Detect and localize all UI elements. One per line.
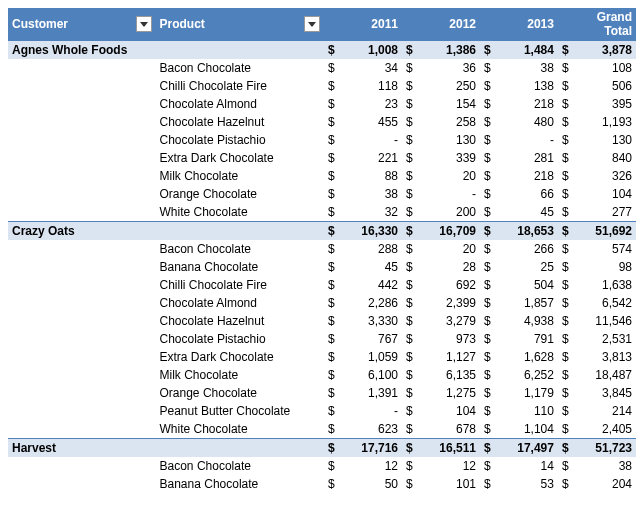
currency-symbol: $	[324, 439, 343, 458]
currency-symbol: $	[558, 312, 577, 330]
currency-symbol: $	[480, 203, 499, 222]
currency-symbol: $	[558, 439, 577, 458]
product-cell	[156, 41, 325, 60]
value-cell: 218	[499, 95, 558, 113]
currency-symbol: $	[402, 457, 421, 475]
header-2013[interactable]: 2013	[499, 8, 558, 41]
value-cell: 480	[499, 113, 558, 131]
value-cell: 1,484	[499, 41, 558, 60]
customer-cell	[8, 402, 156, 420]
product-name: White Chocolate	[156, 420, 325, 439]
header-product[interactable]: Product	[156, 8, 325, 41]
value-cell: 455	[343, 113, 402, 131]
customer-cell	[8, 312, 156, 330]
currency-symbol: $	[558, 203, 577, 222]
value-cell: 1,059	[343, 348, 402, 366]
currency-symbol: $	[480, 276, 499, 294]
value-cell: 506	[577, 77, 636, 95]
customer-cell	[8, 185, 156, 203]
value-cell: 6,542	[577, 294, 636, 312]
data-row: Chocolate Pistachio$767$973$791$2,531	[8, 330, 636, 348]
value-cell: 101	[421, 475, 480, 493]
customer-cell	[8, 294, 156, 312]
value-cell: 204	[577, 475, 636, 493]
value-cell: 51,692	[577, 222, 636, 241]
header-grand-total[interactable]: Grand Total	[577, 8, 636, 41]
currency-symbol: $	[402, 402, 421, 420]
value-cell: 16,511	[421, 439, 480, 458]
value-cell: 678	[421, 420, 480, 439]
currency-symbol: $	[402, 41, 421, 60]
value-cell: 17,497	[499, 439, 558, 458]
product-cell	[156, 439, 325, 458]
value-cell: 98	[577, 258, 636, 276]
value-cell: 88	[343, 167, 402, 185]
customer-cell	[8, 420, 156, 439]
filter-dropdown-product[interactable]	[304, 16, 320, 32]
product-name: Peanut Butter Chocolate	[156, 402, 325, 420]
product-name: Chilli Chocolate Fire	[156, 77, 325, 95]
currency-symbol: $	[402, 149, 421, 167]
value-cell: 1,275	[421, 384, 480, 402]
currency-symbol: $	[480, 113, 499, 131]
value-cell: 36	[421, 59, 480, 77]
value-cell: 1,628	[499, 348, 558, 366]
currency-symbol: $	[558, 457, 577, 475]
currency-symbol: $	[324, 240, 343, 258]
value-cell: 38	[343, 185, 402, 203]
value-cell: 108	[577, 59, 636, 77]
value-cell: 3,878	[577, 41, 636, 60]
header-sym-2011	[324, 8, 343, 41]
currency-symbol: $	[324, 185, 343, 203]
product-name: Chocolate Hazelnut	[156, 113, 325, 131]
value-cell: 14	[499, 457, 558, 475]
value-cell: 16,330	[343, 222, 402, 241]
value-cell: 2,405	[577, 420, 636, 439]
customer-cell	[8, 131, 156, 149]
currency-symbol: $	[324, 59, 343, 77]
product-name: Bacon Chocolate	[156, 240, 325, 258]
currency-symbol: $	[558, 240, 577, 258]
currency-symbol: $	[402, 366, 421, 384]
currency-symbol: $	[558, 41, 577, 60]
data-row: Chocolate Hazelnut$455$258$480$1,193	[8, 113, 636, 131]
currency-symbol: $	[402, 330, 421, 348]
value-cell: 1,193	[577, 113, 636, 131]
currency-symbol: $	[402, 258, 421, 276]
product-name: Chocolate Pistachio	[156, 131, 325, 149]
value-cell: 3,845	[577, 384, 636, 402]
data-row: Chocolate Almond$23$154$218$395	[8, 95, 636, 113]
currency-symbol: $	[558, 330, 577, 348]
value-cell: 1,391	[343, 384, 402, 402]
header-2011[interactable]: 2011	[343, 8, 402, 41]
currency-symbol: $	[480, 240, 499, 258]
currency-symbol: $	[480, 131, 499, 149]
value-cell: 1,008	[343, 41, 402, 60]
header-2012[interactable]: 2012	[421, 8, 480, 41]
currency-symbol: $	[480, 384, 499, 402]
filter-dropdown-customer[interactable]	[136, 16, 152, 32]
header-customer[interactable]: Customer	[8, 8, 156, 41]
currency-symbol: $	[324, 258, 343, 276]
currency-symbol: $	[558, 167, 577, 185]
currency-symbol: $	[558, 149, 577, 167]
customer-cell	[8, 59, 156, 77]
value-cell: 3,279	[421, 312, 480, 330]
currency-symbol: $	[324, 312, 343, 330]
data-row: White Chocolate$623$678$1,104$2,405	[8, 420, 636, 439]
currency-symbol: $	[558, 384, 577, 402]
value-cell: 38	[577, 457, 636, 475]
currency-symbol: $	[480, 222, 499, 241]
value-cell: -	[421, 185, 480, 203]
currency-symbol: $	[324, 95, 343, 113]
customer-cell	[8, 203, 156, 222]
currency-symbol: $	[558, 258, 577, 276]
product-name: Bacon Chocolate	[156, 457, 325, 475]
value-cell: 214	[577, 402, 636, 420]
customer-name: Crazy Oats	[8, 222, 156, 241]
value-cell: 266	[499, 240, 558, 258]
customer-cell	[8, 276, 156, 294]
subtotal-row: Crazy Oats$16,330$16,709$18,653$51,692	[8, 222, 636, 241]
data-row: Extra Dark Chocolate$1,059$1,127$1,628$3…	[8, 348, 636, 366]
currency-symbol: $	[480, 330, 499, 348]
